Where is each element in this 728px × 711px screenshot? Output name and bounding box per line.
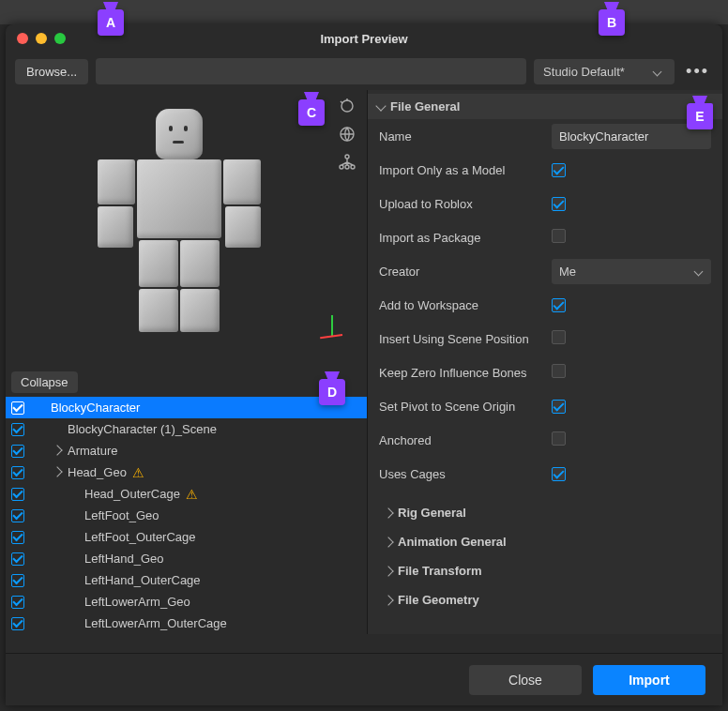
expander-icon[interactable] <box>53 446 62 456</box>
prop-label-zero-bones: Keep Zero Influence Bones <box>379 366 552 380</box>
close-button[interactable]: Close <box>469 665 582 695</box>
section-collapsed[interactable]: Rig General <box>368 498 722 527</box>
checkbox-import-package[interactable] <box>552 229 566 243</box>
hierarchy-item-label: Head_Geo <box>68 465 127 479</box>
checkbox-scene-position[interactable] <box>552 330 566 344</box>
marker-c: C <box>298 99 325 126</box>
prop-label-package: Import as Package <box>379 231 552 245</box>
checkbox-icon[interactable] <box>11 445 24 458</box>
prop-label-name: Name <box>379 129 552 144</box>
hierarchy-row[interactable]: Armature <box>6 440 367 461</box>
hierarchy-item-label: Head_OuterCage <box>84 487 180 501</box>
hierarchy-item-label: LeftFoot_Geo <box>84 508 159 522</box>
rig-hierarchy-icon[interactable] <box>337 152 357 173</box>
checkbox-zero-bones[interactable] <box>552 364 566 378</box>
svg-point-3 <box>340 165 343 169</box>
checkbox-import-only-model[interactable] <box>552 163 566 177</box>
expander-icon[interactable] <box>53 467 62 477</box>
checkbox-anchored[interactable] <box>552 431 566 446</box>
checkbox-icon[interactable] <box>11 574 24 587</box>
browse-button[interactable]: Browse... <box>15 59 88 84</box>
svg-point-2 <box>345 155 349 159</box>
file-path-field[interactable] <box>96 58 526 84</box>
section-title: File Geometry <box>398 593 479 607</box>
checkbox-add-workspace[interactable] <box>552 298 566 312</box>
checkbox-icon[interactable] <box>11 466 24 479</box>
hierarchy-item-label: LeftFoot_OuterCage <box>84 530 196 544</box>
section-file-general[interactable]: File General <box>368 94 722 119</box>
chevron-right-icon <box>383 595 393 605</box>
prop-label-creator: Creator <box>379 265 552 279</box>
checkbox-icon[interactable] <box>11 401 24 415</box>
hierarchy-row[interactable]: Head_Geo ⚠ <box>6 461 367 483</box>
prop-label-add-workspace: Add to Workspace <box>379 298 552 312</box>
checkbox-icon[interactable] <box>11 423 24 436</box>
chevron-down-icon <box>653 67 662 76</box>
world-icon[interactable] <box>337 124 357 144</box>
hierarchy-row[interactable]: LeftLowerArm_Geo <box>6 591 367 613</box>
chevron-down-icon <box>694 266 704 276</box>
import-preset-dropdown[interactable]: Studio Default* <box>534 59 675 84</box>
section-title: Rig General <box>398 506 466 520</box>
checkbox-icon[interactable] <box>11 531 24 544</box>
chevron-right-icon <box>383 566 393 576</box>
checkbox-uses-cages[interactable] <box>552 467 566 481</box>
inspector-panel: File General Name Import Only as a Model… <box>367 90 722 634</box>
hierarchy-item-label: LeftLowerArm_OuterCage <box>84 616 227 630</box>
hierarchy-row[interactable]: BlockyCharacter (1)_Scene <box>6 418 367 440</box>
section-title: File General <box>390 99 460 113</box>
dialog-footer: Close Import <box>6 653 722 705</box>
prop-label-import-model: Import Only as a Model <box>379 163 552 177</box>
prop-label-upload: Upload to Roblox <box>379 197 552 211</box>
toolbar: Browse... Studio Default* ••• <box>6 53 722 90</box>
hierarchy-row[interactable]: LeftFoot_OuterCage <box>6 526 367 548</box>
reset-camera-icon[interactable] <box>337 96 357 116</box>
chevron-down-icon <box>375 100 386 111</box>
marker-b: B <box>599 9 625 36</box>
checkbox-icon[interactable] <box>11 488 24 501</box>
section-collapsed[interactable]: File Geometry <box>368 585 722 614</box>
section-collapsed[interactable]: File Transform <box>368 556 722 585</box>
hierarchy-tree[interactable]: BlockyCharacterBlockyCharacter (1)_Scene… <box>6 397 367 634</box>
collapse-button[interactable]: Collapse <box>11 371 78 393</box>
warning-icon: ⚠ <box>186 487 198 502</box>
hierarchy-row[interactable]: Head_OuterCage ⚠ <box>6 483 367 505</box>
hierarchy-item-label: Armature <box>68 444 117 458</box>
hierarchy-row[interactable]: LeftHand_Geo <box>6 548 367 569</box>
marker-d: D <box>319 379 345 405</box>
checkbox-icon[interactable] <box>11 552 24 566</box>
hierarchy-row[interactable]: LeftLowerArm_OuterCage <box>6 613 367 634</box>
hierarchy-row[interactable]: BlockyCharacter <box>6 397 367 418</box>
checkbox-icon[interactable] <box>11 617 24 630</box>
creator-value: Me <box>559 265 576 279</box>
checkbox-icon[interactable] <box>11 596 24 609</box>
hierarchy-item-label: BlockyCharacter <box>51 401 140 415</box>
chevron-right-icon <box>383 507 393 518</box>
hierarchy-row[interactable]: LeftFoot_Geo <box>6 505 367 526</box>
prop-label-anchored: Anchored <box>379 433 552 447</box>
checkbox-icon[interactable] <box>11 509 24 522</box>
prop-label-scene-position: Insert Using Scene Position <box>379 332 552 346</box>
hierarchy-item-label: LeftLowerArm_Geo <box>84 595 190 609</box>
marker-a: A <box>98 9 124 36</box>
preset-label: Studio Default* <box>543 65 625 79</box>
warning-icon: ⚠ <box>132 465 144 480</box>
svg-point-0 <box>341 100 353 112</box>
more-options-button[interactable]: ••• <box>682 62 713 82</box>
hierarchy-row[interactable]: LeftHand_OuterCage <box>6 569 367 591</box>
checkbox-pivot-origin[interactable] <box>552 400 566 414</box>
section-collapsed[interactable]: Animation General <box>368 527 722 556</box>
hierarchy-item-label: BlockyCharacter (1)_Scene <box>68 422 217 436</box>
import-button[interactable]: Import <box>593 665 705 695</box>
prop-label-pivot: Set Pivot to Scene Origin <box>379 400 552 414</box>
section-title: Animation General <box>398 535 507 549</box>
preview-viewport[interactable] <box>6 90 367 368</box>
prop-label-cages: Uses Cages <box>379 467 552 481</box>
checkbox-upload-roblox[interactable] <box>552 197 566 211</box>
hierarchy-item-label: LeftHand_Geo <box>84 552 164 566</box>
creator-dropdown[interactable]: Me <box>552 259 711 284</box>
section-title: File Transform <box>398 564 482 578</box>
svg-point-4 <box>345 165 349 169</box>
axis-gizmo <box>320 315 344 340</box>
hierarchy-item-label: LeftHand_OuterCage <box>84 573 201 587</box>
